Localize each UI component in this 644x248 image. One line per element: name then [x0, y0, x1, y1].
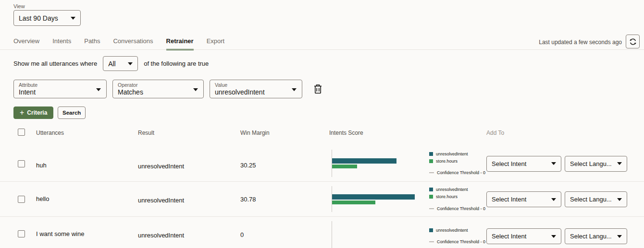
operator-select[interactable]: Operator Matches: [112, 80, 204, 98]
legend-item-threshold: Confidence Threshold - 0: [429, 170, 485, 176]
value-select[interactable]: Value unresolvedIntent: [210, 80, 302, 98]
col-header-result: Result: [138, 130, 154, 136]
legend-item: store.hours: [429, 194, 485, 200]
select-language-dropdown[interactable]: Select Langu...: [565, 156, 627, 172]
col-header-win-margin: Win Margin: [240, 130, 270, 136]
chevron-down-icon: [617, 198, 622, 201]
col-header-add-to: Add To: [486, 130, 504, 136]
row-checkbox[interactable]: [18, 196, 25, 203]
select-intent-value: Select Intent: [492, 160, 526, 167]
tab-bar: Overview Intents Paths Conversations Ret…: [13, 37, 224, 50]
select-language-dropdown[interactable]: Select Langu...: [565, 191, 627, 207]
select-language-value: Select Langu...: [570, 196, 612, 203]
select-all-checkbox[interactable]: [18, 129, 25, 136]
bar-store-hours: [332, 165, 357, 168]
bar-unresolvedintent: [332, 158, 396, 164]
chevron-down-icon: [128, 62, 133, 65]
tab-conversations[interactable]: Conversations: [113, 37, 153, 50]
chevron-down-icon: [193, 88, 198, 91]
legend-swatch: [429, 152, 433, 156]
chevron-down-icon: [551, 198, 556, 201]
chevron-down-icon: [551, 162, 556, 165]
refresh-icon: [629, 38, 637, 46]
legend-label: Confidence Threshold - 0: [437, 170, 485, 175]
utterance-cell: I want some wine: [36, 230, 84, 237]
select-intent-value: Select Intent: [492, 233, 526, 240]
result-cell: unresolvedIntent: [138, 232, 184, 239]
select-intent-dropdown[interactable]: Select Intent: [486, 156, 561, 172]
select-language-dropdown[interactable]: Select Langu...: [565, 228, 627, 244]
row-checkbox[interactable]: [18, 230, 25, 237]
col-header-utterances: Utterances: [36, 130, 64, 136]
search-label: Search: [62, 110, 81, 116]
select-intent-dropdown[interactable]: Select Intent: [486, 228, 561, 244]
view-select[interactable]: Last 90 Days: [13, 10, 81, 26]
tab-intents[interactable]: Intents: [52, 37, 71, 50]
tabbar-divider: [0, 49, 644, 50]
value-value: unresolvedIntent: [215, 88, 287, 96]
tab-export[interactable]: Export: [207, 37, 225, 50]
chart-legend: unresolvedIntent store.hours Confidence …: [429, 182, 485, 216]
legend-label: Confidence Threshold - 0: [437, 239, 485, 244]
select-language-value: Select Langu...: [570, 233, 612, 240]
chevron-down-icon: [617, 235, 622, 238]
tab-paths[interactable]: Paths: [84, 37, 100, 50]
win-margin-cell: 30.78: [240, 196, 256, 203]
value-label: Value: [215, 82, 287, 88]
legend-swatch: [429, 208, 434, 209]
legend-item-threshold: Confidence Threshold - 0: [429, 239, 485, 245]
table-row: I want some wine unresolvedIntent 0 unre…: [0, 217, 644, 248]
add-criteria-button[interactable]: + Criteria: [13, 106, 53, 119]
chevron-down-icon: [96, 88, 101, 91]
chart-axis-line: [332, 221, 332, 248]
match-type-select[interactable]: All: [103, 56, 138, 71]
utterance-cell: hello: [36, 195, 49, 202]
table-row: hello unresolvedIntent 30.78 unresolvedI…: [0, 182, 644, 217]
legend-label: store.hours: [436, 194, 458, 199]
plus-icon: +: [20, 109, 24, 117]
search-button[interactable]: Search: [58, 106, 86, 119]
delete-criteria-button[interactable]: [313, 83, 323, 94]
legend-item: unresolvedIntent: [429, 187, 485, 192]
legend-label: unresolvedIntent: [436, 187, 468, 192]
result-cell: unresolvedIntent: [138, 197, 184, 204]
view-label: View: [13, 3, 25, 9]
tab-retrainer[interactable]: Retrainer: [166, 37, 194, 50]
chevron-down-icon: [551, 235, 556, 238]
row-checkbox[interactable]: [18, 160, 25, 167]
attribute-value: Intent: [19, 88, 92, 96]
bar-store-hours: [332, 201, 375, 204]
legend-swatch: [429, 241, 434, 242]
intents-score-chart: [332, 182, 415, 216]
tab-overview[interactable]: Overview: [13, 37, 39, 50]
attribute-select[interactable]: Attribute Intent: [13, 80, 107, 98]
legend-swatch: [429, 159, 433, 163]
chevron-down-icon: [617, 162, 622, 165]
legend-swatch: [429, 172, 434, 173]
chevron-down-icon: [292, 88, 297, 91]
utterance-cell: huh: [36, 162, 47, 169]
trash-icon: [313, 83, 323, 94]
select-language-value: Select Langu...: [570, 160, 612, 167]
legend-label: store.hours: [436, 159, 458, 164]
legend-label: unresolvedIntent: [436, 228, 468, 233]
legend-swatch: [429, 228, 433, 232]
operator-label: Operator: [118, 82, 189, 88]
last-updated-text: Last updated a few seconds ago: [539, 39, 622, 46]
filter-suffix-text: of the following are true: [144, 60, 209, 67]
intents-score-chart: [332, 145, 396, 181]
legend-swatch: [429, 188, 433, 191]
table-header: Utterances Result Win Margin Intents Sco…: [0, 126, 644, 145]
legend-item: store.hours: [429, 158, 485, 164]
attribute-label: Attribute: [19, 82, 92, 88]
col-header-intents-score: Intents Score: [329, 130, 363, 136]
select-intent-dropdown[interactable]: Select Intent: [486, 191, 561, 207]
table-row: huh unresolvedIntent 30.25 unresolvedInt…: [0, 145, 644, 182]
chart-legend: unresolvedIntent Confidence Threshold - …: [429, 217, 485, 248]
legend-item: unresolvedIntent: [429, 151, 485, 157]
legend-item: unresolvedIntent: [429, 227, 485, 233]
legend-swatch: [429, 195, 433, 199]
refresh-button[interactable]: [626, 35, 640, 48]
criteria-row: Attribute Intent Operator Matches Value …: [13, 80, 323, 98]
add-criteria-label: Criteria: [27, 109, 47, 116]
